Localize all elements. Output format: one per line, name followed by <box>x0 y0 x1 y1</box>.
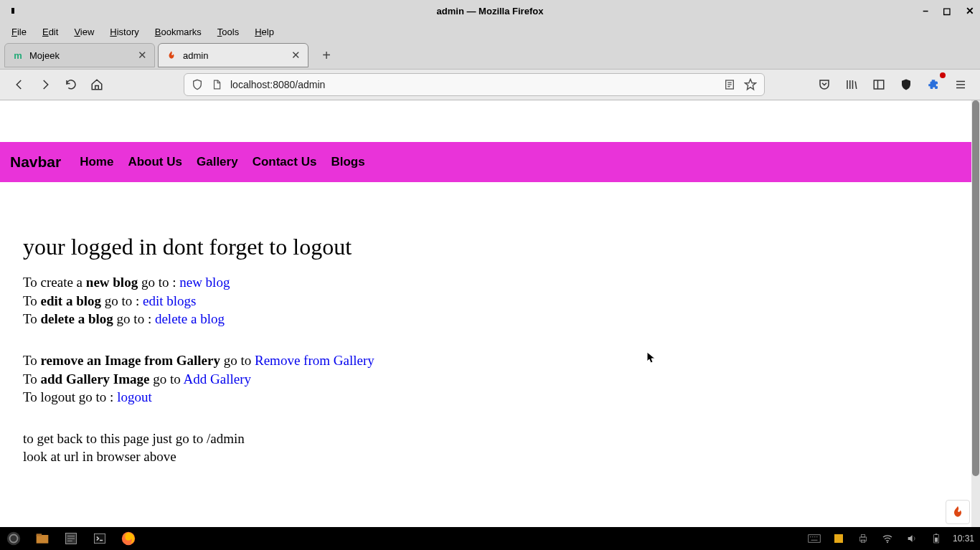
footer-note: look at url in browser above <box>23 447 948 466</box>
address-bar[interactable]: localhost:8080/admin <box>184 73 765 96</box>
close-window-button[interactable]: ✕ <box>966 5 974 16</box>
menu-edit[interactable]: Edit <box>35 24 65 40</box>
svg-rect-14 <box>834 534 843 543</box>
browser-toolbar: localhost:8080/admin <box>0 69 980 100</box>
minimize-button[interactable]: – <box>923 5 928 16</box>
svg-rect-9 <box>37 534 42 536</box>
start-menu-icon[interactable] <box>6 531 22 546</box>
text: go to <box>220 353 255 368</box>
text-bold: edit a blog <box>41 293 101 308</box>
codeigniter-favicon-icon <box>166 49 177 61</box>
nav-about[interactable]: About Us <box>128 155 182 169</box>
home-button[interactable] <box>86 74 108 95</box>
new-tab-button[interactable]: + <box>316 44 337 66</box>
window-titlebar: admin — Mozilla Firefox – ◻ ✕ <box>0 0 980 22</box>
text: go to : <box>113 311 155 326</box>
text: To <box>23 371 41 387</box>
network-icon[interactable] <box>880 531 895 546</box>
menubar: File Edit View History Bookmarks Tools H… <box>0 22 980 42</box>
text-bold: delete a blog <box>41 311 113 326</box>
mojeek-favicon-icon: m <box>12 49 24 61</box>
tray-notification-icon[interactable] <box>831 531 847 546</box>
reload-button[interactable] <box>60 74 82 95</box>
pocket-icon[interactable] <box>814 74 835 95</box>
close-tab-icon[interactable]: ✕ <box>138 49 147 62</box>
svg-rect-8 <box>37 535 49 544</box>
link-delete-blog[interactable]: delete a blog <box>155 311 225 326</box>
back-button[interactable] <box>9 74 30 95</box>
url-text[interactable]: localhost:8080/admin <box>230 79 715 90</box>
taskbar-clock[interactable]: 10:31 <box>953 534 974 544</box>
keyboard-icon[interactable] <box>806 531 822 546</box>
printer-icon[interactable] <box>855 531 871 546</box>
window-title: admin — Mozilla Firefox <box>437 6 544 16</box>
editor-icon[interactable] <box>63 531 79 546</box>
scrollbar-vertical[interactable] <box>971 100 980 527</box>
tab-title: admin <box>183 50 286 61</box>
tab-strip: m Mojeek ✕ admin ✕ + <box>0 42 980 69</box>
menu-history[interactable]: History <box>103 24 146 40</box>
menu-view[interactable]: View <box>67 24 101 40</box>
link-add-gallery[interactable]: Add Gallery <box>184 371 251 387</box>
nav-blogs[interactable]: Blogs <box>331 155 364 169</box>
forward-button[interactable] <box>34 74 56 95</box>
desktop-taskbar: 10:31 <box>0 527 980 550</box>
text: To logout go to : <box>23 389 117 404</box>
file-manager-icon[interactable] <box>34 531 50 546</box>
svg-rect-11 <box>95 534 105 543</box>
text: go to <box>150 371 184 387</box>
svg-rect-4 <box>874 80 884 89</box>
library-icon[interactable] <box>841 74 862 95</box>
menu-help[interactable]: Help <box>248 24 281 40</box>
text: To <box>23 353 41 368</box>
tab-mojeek[interactable]: m Mojeek ✕ <box>4 43 155 67</box>
link-edit-blogs[interactable]: edit blogs <box>143 293 196 308</box>
svg-rect-13 <box>809 535 821 543</box>
extensions-icon[interactable] <box>923 74 944 95</box>
text: To <box>23 293 41 308</box>
text: go to : <box>101 293 143 308</box>
titlebar-indicator <box>11 8 14 14</box>
bookmark-star-icon[interactable] <box>744 78 757 91</box>
nav-home[interactable]: Home <box>80 155 113 169</box>
text: To <box>23 311 41 326</box>
battery-icon[interactable] <box>928 531 944 546</box>
reader-mode-icon[interactable] <box>724 79 735 90</box>
text: go to : <box>138 275 179 290</box>
firefox-icon[interactable] <box>121 531 136 546</box>
tab-title: Mojeek <box>29 50 132 61</box>
svg-rect-16 <box>861 535 864 537</box>
admin-content: your logged in dont forget to logout To … <box>0 182 971 480</box>
site-navbar: Navbar Home About Us Gallery Contact Us … <box>0 142 971 182</box>
page-heading: your logged in dont forget to logout <box>23 234 948 260</box>
text: To create a <box>23 275 86 290</box>
scrollbar-thumb[interactable] <box>972 100 979 476</box>
browser-viewport: Navbar Home About Us Gallery Contact Us … <box>0 100 980 527</box>
page-content: Navbar Home About Us Gallery Contact Us … <box>0 142 971 527</box>
link-remove-gallery[interactable]: Remove from Gallery <box>255 353 374 368</box>
tab-admin[interactable]: admin ✕ <box>158 43 308 67</box>
volume-icon[interactable] <box>904 531 920 546</box>
hamburger-menu-icon[interactable] <box>950 74 971 95</box>
menu-file[interactable]: File <box>4 24 34 40</box>
svg-rect-15 <box>859 537 866 541</box>
svg-rect-20 <box>936 534 938 534</box>
close-tab-icon[interactable]: ✕ <box>291 49 301 62</box>
link-new-blog[interactable]: new blog <box>179 275 230 290</box>
sidebar-icon[interactable] <box>868 74 890 95</box>
nav-gallery[interactable]: Gallery <box>197 155 238 169</box>
terminal-icon[interactable] <box>92 531 108 546</box>
menu-bookmarks[interactable]: Bookmarks <box>148 24 209 40</box>
page-info-icon[interactable] <box>212 80 222 90</box>
nav-contact[interactable]: Contact Us <box>253 155 317 169</box>
footer-note: to get back to this page just go to /adm… <box>23 430 948 448</box>
maximize-button[interactable]: ◻ <box>943 5 951 16</box>
link-logout[interactable]: logout <box>117 389 152 404</box>
shield-icon[interactable] <box>192 79 203 90</box>
text-bold: add Gallery Image <box>41 371 150 387</box>
menu-tools[interactable]: Tools <box>210 24 246 40</box>
svg-rect-21 <box>935 538 938 542</box>
codeigniter-debug-icon[interactable] <box>946 500 970 524</box>
navbar-brand[interactable]: Navbar <box>10 153 61 171</box>
privacy-shield-icon[interactable] <box>895 74 917 95</box>
